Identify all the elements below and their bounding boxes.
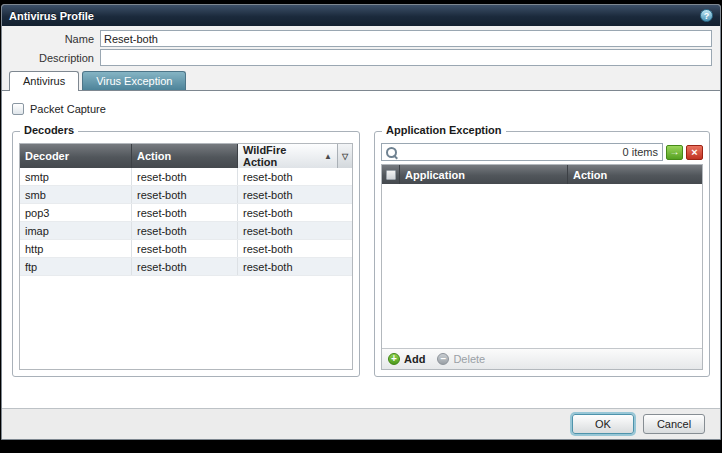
apply-filter-button[interactable]: →: [666, 145, 683, 160]
name-input[interactable]: [100, 30, 712, 47]
wildfire-action-column-header[interactable]: WildFire Action ▲ ▽: [238, 144, 352, 168]
wildfire-action-cell: reset-both: [238, 258, 352, 275]
table-row[interactable]: smtp reset-both reset-both: [20, 168, 352, 186]
decoder-cell: smtp: [20, 168, 132, 185]
decoders-table-header: Decoder Action WildFire Action ▲ ▽: [20, 144, 352, 168]
add-button[interactable]: + Add: [388, 353, 425, 365]
table-row[interactable]: http reset-both reset-both: [20, 240, 352, 258]
tab-virus-exception[interactable]: Virus Exception: [82, 71, 186, 90]
decoders-fieldset: Decoders Decoder Action WildFire Action …: [12, 131, 360, 377]
decoders-table-body: smtp reset-both reset-both smb reset-bot…: [20, 168, 352, 276]
action-cell: reset-both: [132, 186, 238, 203]
table-row[interactable]: pop3 reset-both reset-both: [20, 204, 352, 222]
decoders-legend: Decoders: [20, 124, 78, 136]
chevron-down-icon: ▽: [342, 152, 348, 161]
antivirus-tab-content: Packet Capture Decoders Decoder Action W…: [2, 90, 720, 408]
action-cell: reset-both: [132, 240, 238, 257]
dialog-title: Antivirus Profile: [9, 10, 94, 22]
wildfire-action-column-label: WildFire Action: [243, 144, 320, 168]
packet-capture-row: Packet Capture: [2, 91, 720, 115]
description-label: Description: [10, 52, 100, 64]
ok-button[interactable]: OK: [572, 414, 634, 434]
clear-filter-button[interactable]: ×: [686, 145, 703, 160]
close-icon: ×: [691, 147, 697, 158]
column-menu-button[interactable]: ▽: [337, 144, 352, 168]
items-count: 0 items: [623, 146, 658, 158]
action-cell: reset-both: [132, 258, 238, 275]
decoder-cell: imap: [20, 222, 132, 239]
decoder-cell: smb: [20, 186, 132, 203]
wildfire-action-cell: reset-both: [238, 168, 352, 185]
decoders-table-empty-area: [20, 276, 352, 369]
decoder-column-header[interactable]: Decoder: [20, 144, 132, 168]
application-table-empty-body: [382, 184, 702, 348]
decoder-cell: http: [20, 240, 132, 257]
application-exception-legend: Application Exception: [382, 124, 506, 136]
select-all-column-header: [382, 165, 400, 184]
dialog-footer: OK Cancel: [2, 408, 720, 439]
select-all-checkbox[interactable]: [386, 170, 396, 180]
action-cell: reset-both: [132, 168, 238, 185]
search-icon: [385, 146, 398, 159]
application-exception-fieldset: Application Exception 0 items → ×: [374, 131, 710, 377]
wildfire-action-cell: reset-both: [238, 240, 352, 257]
application-column-header[interactable]: Application: [400, 165, 568, 184]
tab-antivirus[interactable]: Antivirus: [9, 71, 79, 91]
table-row[interactable]: smb reset-both reset-both: [20, 186, 352, 204]
decoder-cell: pop3: [20, 204, 132, 221]
wildfire-action-column-label-wrap: WildFire Action ▲: [238, 144, 337, 168]
wildfire-action-cell: reset-both: [238, 222, 352, 239]
dialog-titlebar: Antivirus Profile ?: [2, 5, 720, 26]
action-cell: reset-both: [132, 222, 238, 239]
name-label: Name: [10, 33, 100, 45]
application-search-box: 0 items: [381, 143, 663, 161]
screen: Antivirus Profile ? Name Description Ant…: [0, 0, 722, 453]
application-search-row: 0 items → ×: [381, 143, 703, 161]
delete-button-label: Delete: [453, 353, 485, 365]
application-table-header: Application Action: [382, 165, 702, 184]
help-icon[interactable]: ?: [700, 9, 713, 22]
application-action-column-header[interactable]: Action: [568, 165, 702, 184]
arrow-right-icon: →: [670, 147, 680, 157]
add-button-label: Add: [404, 353, 425, 365]
description-input[interactable]: [100, 49, 712, 66]
table-row[interactable]: ftp reset-both reset-both: [20, 258, 352, 276]
table-row[interactable]: imap reset-both reset-both: [20, 222, 352, 240]
tab-bar: Antivirus Virus Exception: [2, 68, 720, 90]
wildfire-action-cell: reset-both: [238, 186, 352, 203]
delete-icon: −: [437, 353, 449, 365]
action-cell: reset-both: [132, 204, 238, 221]
add-icon: +: [388, 353, 400, 365]
sort-ascending-icon: ▲: [324, 152, 332, 161]
search-input[interactable]: [400, 145, 621, 159]
delete-button[interactable]: − Delete: [437, 353, 485, 365]
application-table-actions: + Add − Delete: [382, 348, 702, 369]
cancel-button[interactable]: Cancel: [643, 414, 705, 434]
panels: Decoders Decoder Action WildFire Action …: [12, 131, 710, 377]
wildfire-action-cell: reset-both: [238, 204, 352, 221]
packet-capture-checkbox[interactable]: [12, 103, 24, 115]
name-row: Name: [10, 30, 712, 47]
action-column-header[interactable]: Action: [132, 144, 238, 168]
description-row: Description: [10, 49, 712, 66]
packet-capture-label: Packet Capture: [30, 103, 106, 115]
application-exception-table: Application Action + Add − Delete: [381, 164, 703, 370]
decoders-table: Decoder Action WildFire Action ▲ ▽: [19, 143, 353, 370]
antivirus-profile-dialog: Antivirus Profile ? Name Description Ant…: [1, 4, 721, 440]
decoder-cell: ftp: [20, 258, 132, 275]
profile-form: Name Description: [2, 26, 720, 68]
